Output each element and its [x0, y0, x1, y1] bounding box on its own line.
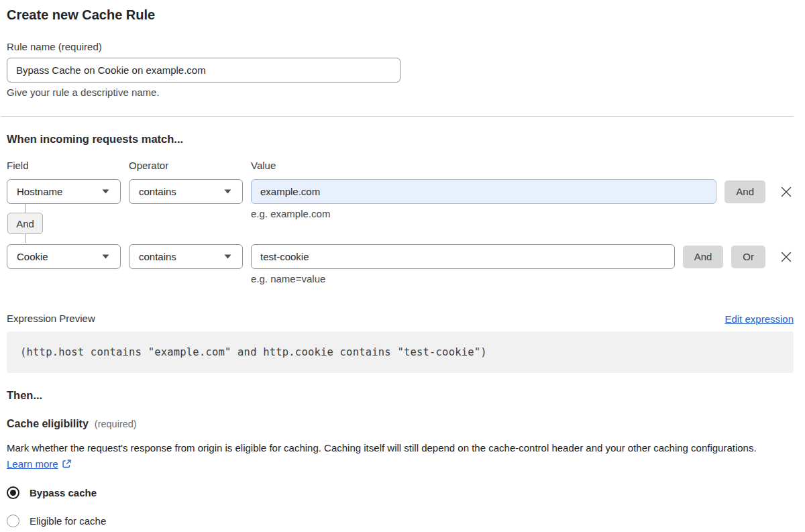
- radio-button[interactable]: [7, 515, 19, 527]
- matcher-rows: Hostname contains e.g. example.com And A: [7, 179, 794, 285]
- remove-condition-button[interactable]: [779, 184, 794, 199]
- edit-expression-link[interactable]: Edit expression: [724, 313, 794, 325]
- page-title: Create new Cache Rule: [7, 7, 794, 23]
- expression-preview-label: Expression Preview: [7, 313, 95, 325]
- matcher-column-labels: Field Operator Value: [7, 160, 794, 171]
- add-or-condition-button[interactable]: Or: [731, 246, 765, 268]
- matcher-row-2: Cookie contains e.g. name=value And Or: [7, 244, 794, 285]
- chevron-down-icon: [224, 254, 231, 259]
- operator-select[interactable]: contains: [129, 179, 243, 204]
- value-input[interactable]: [251, 244, 675, 269]
- value-column-label: Value: [251, 160, 794, 171]
- rule-name-label: Rule name (required): [7, 41, 794, 53]
- expression-preview-box: (http.host contains "example.com" and ht…: [7, 331, 794, 373]
- field-cell: Hostname: [7, 179, 121, 204]
- description-text: Mark whether the request's response from…: [7, 442, 757, 454]
- chevron-down-icon: [102, 189, 109, 194]
- radio-option-eligible-for-cache[interactable]: Eligible for cache: [7, 515, 794, 527]
- field-select[interactable]: Hostname: [7, 179, 121, 204]
- operator-select[interactable]: contains: [129, 244, 243, 269]
- expression-code: (http.host contains "example.com" and ht…: [20, 346, 487, 358]
- and-connector-button[interactable]: And: [7, 213, 43, 234]
- value-hint: e.g. name=value: [251, 273, 675, 285]
- matcher-row-1: Hostname contains e.g. example.com And: [7, 179, 794, 220]
- radio-label: Eligible for cache: [30, 515, 106, 527]
- close-icon: [780, 185, 793, 199]
- field-select-value: Hostname: [17, 186, 62, 197]
- radio-button[interactable]: [7, 486, 19, 499]
- cache-eligibility-description: Mark whether the request's response from…: [7, 440, 785, 472]
- value-cell: e.g. name=value: [251, 244, 675, 285]
- required-note: (required): [95, 419, 137, 429]
- operator-column-label: Operator: [129, 160, 243, 171]
- field-select[interactable]: Cookie: [7, 244, 121, 269]
- value-hint: e.g. example.com: [251, 208, 716, 220]
- field-cell: Cookie: [7, 244, 121, 269]
- operator-select-value: contains: [139, 186, 176, 197]
- operator-cell: contains: [129, 179, 243, 204]
- rule-name-helper: Give your rule a descriptive name.: [7, 87, 794, 99]
- create-cache-rule-page: Create new Cache Rule Rule name (require…: [0, 0, 805, 532]
- then-heading: Then...: [7, 388, 794, 402]
- section-divider: [1, 116, 794, 117]
- chevron-down-icon: [102, 254, 109, 259]
- learn-more-link[interactable]: Learn more: [7, 458, 58, 470]
- expression-preview-header: Expression Preview Edit expression: [7, 313, 794, 325]
- rule-name-input[interactable]: [7, 58, 400, 83]
- radio-dot: [10, 490, 16, 496]
- field-column-label: Field: [7, 160, 121, 171]
- remove-condition-button[interactable]: [779, 250, 794, 264]
- add-and-condition-button[interactable]: And: [724, 180, 765, 203]
- close-icon: [780, 250, 793, 264]
- cache-eligibility-heading-row: Cache eligibility (required): [7, 418, 794, 430]
- radio-label: Bypass cache: [30, 487, 97, 498]
- radio-option-bypass-cache[interactable]: Bypass cache: [7, 486, 794, 499]
- operator-select-value: contains: [139, 251, 176, 262]
- add-and-condition-button[interactable]: And: [683, 246, 724, 268]
- field-select-value: Cookie: [17, 251, 48, 262]
- value-input[interactable]: [251, 179, 716, 204]
- external-link-icon: [62, 459, 72, 469]
- operator-cell: contains: [129, 244, 243, 269]
- value-cell: e.g. example.com: [251, 179, 716, 220]
- chevron-down-icon: [224, 189, 231, 194]
- match-section-heading: When incoming requests match...: [7, 132, 794, 146]
- cache-eligibility-heading: Cache eligibility: [7, 418, 89, 430]
